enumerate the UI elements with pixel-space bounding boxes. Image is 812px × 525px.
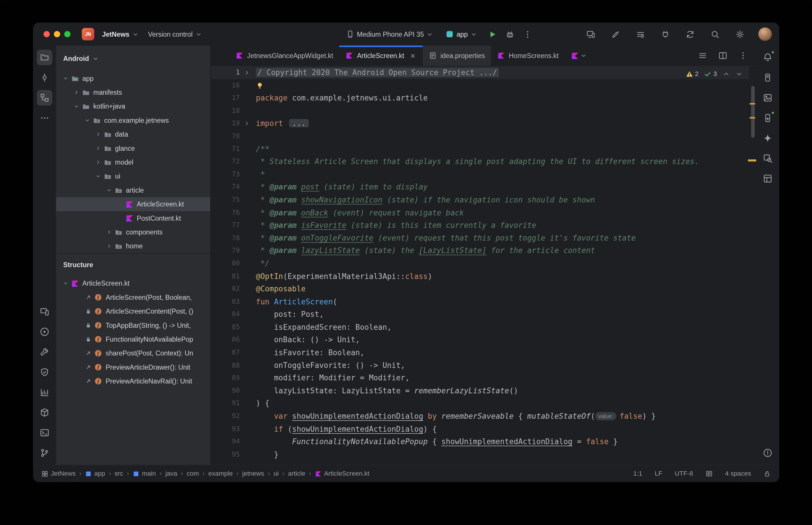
code-line-76[interactable]: 76 * @param onBack (event) request navig… xyxy=(211,206,749,219)
indent-config[interactable]: 4 spaces xyxy=(725,470,751,477)
line-number-17[interactable]: 17 xyxy=(211,92,240,105)
device-mirror-button[interactable] xyxy=(584,28,597,41)
structure-item-topappbar-string-unit[interactable]: fTopAppBar(String, () -> Unit, xyxy=(56,318,210,332)
tree-item-data[interactable]: data xyxy=(56,127,210,141)
plugins-button[interactable] xyxy=(659,28,671,41)
breadcrumb-jetnews[interactable]: JetNews xyxy=(41,470,75,477)
sync-project-button[interactable] xyxy=(684,28,696,41)
breadcrumb-ui[interactable]: ui xyxy=(274,470,279,477)
tree-item-manifests[interactable]: manifests xyxy=(56,86,210,99)
line-number-85[interactable]: 85 xyxy=(211,321,240,333)
title-bar[interactable]: JNJetNewsVersion control Medium Phone AP… xyxy=(33,23,779,46)
terminal-button[interactable] xyxy=(37,425,52,441)
run-button[interactable] xyxy=(486,28,499,41)
run-config-selector[interactable]: app xyxy=(442,28,481,41)
editor-tab-idea-properties[interactable]: idea.properties xyxy=(423,46,491,66)
structure-item-previewarticledrawer-unit[interactable]: fPreviewArticleDrawer(): Unit xyxy=(56,360,210,374)
line-number-74[interactable]: 74 xyxy=(211,181,240,194)
line-number-71[interactable]: 71 xyxy=(211,142,240,155)
tree-item-postcontent-kt[interactable]: PostContent.kt xyxy=(56,211,210,225)
editor-tab-homescreens-kt[interactable]: HomeScreens.kt xyxy=(491,46,565,66)
structure-item-articlescreen-post-boolean[interactable]: fArticleScreen(Post, Boolean, xyxy=(56,290,210,304)
line-number-90[interactable]: 90 xyxy=(211,384,240,397)
fold-toggle-icon[interactable] xyxy=(240,117,253,130)
code-line-79[interactable]: 79 * @param lazyListState (state) the [L… xyxy=(211,244,749,257)
hidden-tabs-dropdown[interactable] xyxy=(565,46,593,66)
user-avatar[interactable] xyxy=(758,27,772,41)
structure-item-sharepost-post-context-un[interactable]: fsharePost(Post, Context): Un xyxy=(56,346,210,360)
caret-position[interactable]: 1:1 xyxy=(633,470,643,477)
file-writable-toggle[interactable] xyxy=(764,470,771,477)
line-number-70[interactable]: 70 xyxy=(211,130,240,142)
code-line-80[interactable]: 80 */ xyxy=(211,257,749,270)
line-number-16[interactable]: 16 xyxy=(211,79,240,92)
line-number-92[interactable]: 92 xyxy=(211,410,240,423)
device-selector[interactable]: Medium Phone API 35 xyxy=(342,28,437,41)
line-number-18[interactable]: 18 xyxy=(211,105,240,117)
more-tool-windows-button[interactable] xyxy=(37,110,52,126)
editor-tabs-list-button[interactable] xyxy=(696,49,709,62)
code-line-1[interactable]: 1/ Copyright 2020 The Android Open Sourc… xyxy=(211,66,749,79)
code-line-89[interactable]: 89 modifier: Modifier = Modifier, xyxy=(211,372,749,384)
structure-item-functionalitynotavailablepop[interactable]: fFunctionalityNotAvailablePop xyxy=(56,332,210,346)
line-number-80[interactable]: 80 xyxy=(211,257,240,270)
app-quality-insights-button[interactable] xyxy=(37,364,52,380)
breadcrumb-jetnews[interactable]: jetnews xyxy=(242,470,264,477)
run-tool-window-button[interactable] xyxy=(37,324,52,340)
code-line-86[interactable]: 86 onBack: () -> Unit, xyxy=(211,333,749,346)
passed-checks-count[interactable]: 3 xyxy=(704,71,717,78)
structure-item-previewarticlenavrail-unit[interactable]: fPreviewArticleNavRail(): Unit xyxy=(56,374,210,388)
line-number-72[interactable]: 72 xyxy=(211,155,240,168)
close-window-button[interactable] xyxy=(44,31,50,37)
line-number-84[interactable]: 84 xyxy=(211,308,240,321)
device-manager-button[interactable] xyxy=(760,70,776,86)
line-number-93[interactable]: 93 xyxy=(211,423,240,435)
breadcrumb-main[interactable]: main xyxy=(133,470,156,477)
git-tool-button[interactable] xyxy=(37,445,52,461)
device-explorer-button[interactable] xyxy=(760,110,776,126)
project-widget[interactable]: JetNews xyxy=(99,28,143,40)
file-encoding[interactable]: UTF-8 xyxy=(675,470,693,477)
code-line-85[interactable]: 85 isExpandedScreen: Boolean, xyxy=(211,321,749,333)
code-line-87[interactable]: 87 isFavorite: Boolean, xyxy=(211,346,749,359)
gemini-button[interactable] xyxy=(760,131,776,146)
tree-item-model[interactable]: model xyxy=(56,155,210,169)
code-line-94[interactable]: 94 FunctionalityNotAvailablePopup { show… xyxy=(211,435,749,448)
breadcrumb-java[interactable]: java xyxy=(165,470,177,477)
breadcrumb-src[interactable]: src xyxy=(115,470,123,477)
line-number-87[interactable]: 87 xyxy=(211,346,240,359)
code-line-90[interactable]: 90 lazyListState: LazyListState = rememb… xyxy=(211,384,749,397)
app-inspection-button[interactable] xyxy=(760,151,776,166)
line-number-73[interactable]: 73 xyxy=(211,168,240,181)
breadcrumb-com[interactable]: com xyxy=(187,470,199,477)
tree-item-home[interactable]: home xyxy=(56,239,210,253)
line-number-76[interactable]: 76 xyxy=(211,206,240,219)
code-line-78[interactable]: 78 * @param onToggleFavorite (event) req… xyxy=(211,231,749,244)
breadcrumb-example[interactable]: example xyxy=(208,470,233,477)
debug-button[interactable] xyxy=(503,28,516,41)
editor-tab-articlescreen-kt[interactable]: ArticleScreen.kt xyxy=(340,46,423,66)
code-line-91[interactable]: 91) { xyxy=(211,397,749,410)
code-line-84[interactable]: 84 post: Post, xyxy=(211,308,749,321)
line-number-78[interactable]: 78 xyxy=(211,231,240,244)
code-line-81[interactable]: 81@OptIn(ExperimentalMaterial3Api::class… xyxy=(211,270,749,283)
reader-mode-toggle[interactable] xyxy=(705,470,713,477)
running-devices-button[interactable] xyxy=(37,304,52,319)
project-tool-button[interactable] xyxy=(37,50,52,65)
line-separator[interactable]: LF xyxy=(655,470,662,477)
search-everywhere-button[interactable] xyxy=(709,28,721,41)
code-line-83[interactable]: 83fun ArticleScreen( xyxy=(211,296,749,308)
breadcrumb-article[interactable]: article xyxy=(288,470,306,477)
settings-button[interactable] xyxy=(734,28,746,41)
code-line-95[interactable]: 95 } xyxy=(211,448,749,461)
line-number-94[interactable]: 94 xyxy=(211,435,240,448)
code-line-92[interactable]: 92 var showUnimplementedActionDialog by … xyxy=(211,410,749,423)
line-number-79[interactable]: 79 xyxy=(211,244,240,257)
tree-item-components[interactable]: components xyxy=(56,225,210,239)
editor-options-button[interactable] xyxy=(737,49,749,62)
code-line-74[interactable]: 74 * @param post (state) item to display xyxy=(211,181,749,194)
layout-inspector-button[interactable] xyxy=(760,171,776,186)
line-number-81[interactable]: 81 xyxy=(211,270,240,283)
structure-item-articlescreencontent-post[interactable]: fArticleScreenContent(Post, () xyxy=(56,304,210,318)
split-editor-button[interactable] xyxy=(717,49,729,62)
